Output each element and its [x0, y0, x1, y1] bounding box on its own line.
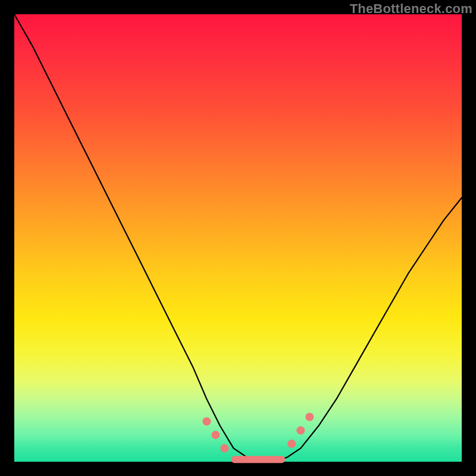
- outer-frame: TheBottleneck.com: [0, 0, 476, 476]
- plot-area: [14, 14, 462, 462]
- marker-dot: [220, 444, 228, 452]
- flat-marker-pill: [231, 456, 286, 463]
- marker-group: [202, 413, 314, 453]
- curve-svg: [14, 14, 462, 462]
- bottleneck-curve: [14, 14, 462, 462]
- marker-dot: [296, 426, 305, 434]
- marker-dot: [211, 431, 220, 439]
- marker-dot: [287, 440, 296, 448]
- marker-dot: [305, 413, 314, 421]
- marker-dot: [202, 417, 211, 425]
- watermark-text: TheBottleneck.com: [350, 1, 472, 17]
